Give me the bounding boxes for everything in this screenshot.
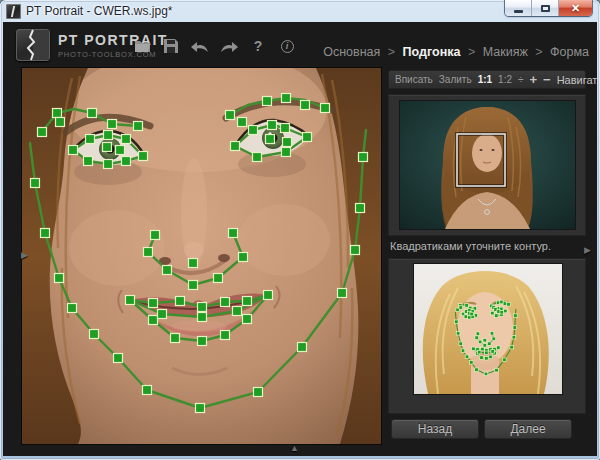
wizard-buttons: Назад Далее: [388, 418, 586, 444]
zoom-in-button[interactable]: +: [529, 72, 537, 87]
back-button[interactable]: Назад: [391, 419, 479, 439]
redo-icon: [220, 40, 238, 53]
breadcrumb-separator: >: [388, 45, 395, 59]
maximize-icon: [541, 5, 550, 12]
breadcrumb-step-fitting[interactable]: Подгонка: [403, 45, 461, 59]
zoom-out-button[interactable]: −: [543, 72, 551, 87]
photo-canvas[interactable]: [22, 68, 381, 444]
example-landmarks-overlay: [414, 264, 562, 394]
minimize-icon: [514, 10, 523, 13]
app-window: PT Portrait - CWER.ws.jpg* ✕ PT PORTRAIT…: [0, 0, 600, 460]
save-icon: [164, 39, 178, 53]
right-panel-arrow[interactable]: ▶: [584, 246, 591, 255]
undo-button[interactable]: [191, 37, 209, 55]
close-icon: ✕: [571, 2, 580, 15]
left-panel-arrow[interactable]: ▶: [21, 251, 28, 260]
close-button[interactable]: ✕: [559, 0, 592, 16]
next-button[interactable]: Далее: [484, 419, 572, 439]
save-button[interactable]: [162, 37, 180, 55]
zoom-1to1-button[interactable]: 1:1: [478, 74, 492, 85]
open-file-button[interactable]: [133, 37, 151, 55]
help-button[interactable]: ?: [249, 37, 267, 55]
app-icon: [6, 4, 21, 19]
navigator-toggle[interactable]: Навигат.: [557, 74, 597, 86]
folder-icon: [134, 39, 151, 53]
zoom-1to2-button[interactable]: 1:2: [498, 74, 512, 85]
zoom-ratio-more-button[interactable]: ÷: [518, 74, 524, 85]
breadcrumb-step-main[interactable]: Основная: [323, 45, 380, 59]
breadcrumb-step-shape[interactable]: Форма: [550, 45, 589, 59]
toolbar: ? i: [133, 37, 296, 55]
breadcrumb-separator: >: [535, 45, 542, 59]
bottom-panel-arrow[interactable]: ▲: [290, 444, 299, 453]
side-panel: Вписать Залить 1:1 1:2 ÷ + − Навигат. ▼: [388, 68, 586, 444]
breadcrumb-separator: >: [468, 45, 475, 59]
window-title: PT Portrait - CWER.ws.jpg*: [26, 4, 172, 18]
maximize-button[interactable]: [532, 0, 559, 16]
logo-mark-icon: [16, 29, 50, 61]
navigator-panel: [388, 94, 586, 236]
breadcrumb: Основная > Подгонка > Макияж > Форма: [323, 45, 589, 59]
zoom-fill-button[interactable]: Залить: [439, 74, 472, 85]
app-surface: PT PORTRAIT PHOTO-TOOLBOX.COM: [3, 22, 597, 456]
zoom-fit-button[interactable]: Вписать: [395, 74, 433, 85]
instruction-text: Квадратиками уточните контур.: [390, 240, 551, 252]
breadcrumb-step-makeup[interactable]: Макияж: [483, 45, 528, 59]
zoom-toolbar: Вписать Залить 1:1 1:2 ÷ + − Навигат. ▼: [388, 70, 586, 89]
redo-button[interactable]: [220, 37, 238, 55]
window-controls: ✕: [505, 0, 592, 16]
about-button[interactable]: i: [278, 37, 296, 55]
navigator-thumbnail[interactable]: [400, 101, 575, 229]
undo-icon: [191, 40, 209, 53]
contour-landmarks-overlay[interactable]: [22, 68, 381, 444]
minimize-button[interactable]: [505, 0, 532, 16]
example-panel: [388, 258, 586, 414]
info-icon: i: [281, 40, 294, 53]
